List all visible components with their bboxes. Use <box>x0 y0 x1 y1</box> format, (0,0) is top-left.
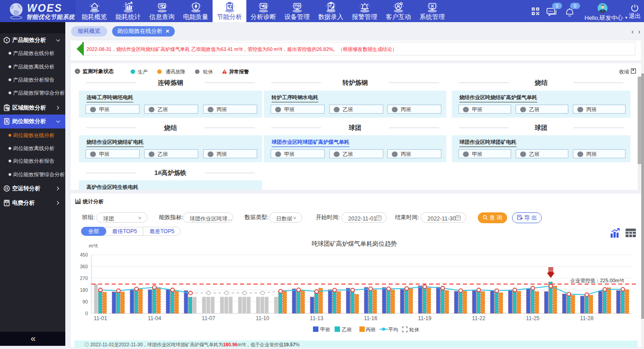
svg-text:企业管控值：225.00m³/t: 企业管控值：225.00m³/t <box>570 278 624 283</box>
svg-text:11-25: 11-25 <box>526 315 540 321</box>
svg-text:270: 270 <box>80 276 88 281</box>
svg-text:0: 0 <box>85 311 88 316</box>
svg-text:11-04: 11-04 <box>148 315 161 321</box>
svg-text:11-19: 11-19 <box>418 315 431 321</box>
svg-text:180: 180 <box>80 287 88 293</box>
svg-text:450: 450 <box>80 252 88 257</box>
svg-text:90: 90 <box>82 299 88 304</box>
svg-text:11-01: 11-01 <box>94 315 107 321</box>
svg-text:11-28: 11-28 <box>580 315 594 321</box>
svg-text:360: 360 <box>80 264 88 269</box>
svg-text:11-13: 11-13 <box>310 315 323 321</box>
svg-text:11-16: 11-16 <box>364 315 377 321</box>
svg-text:11-10: 11-10 <box>256 315 269 321</box>
svg-text:11-07: 11-07 <box>202 315 215 321</box>
svg-text:11-22: 11-22 <box>472 315 485 321</box>
